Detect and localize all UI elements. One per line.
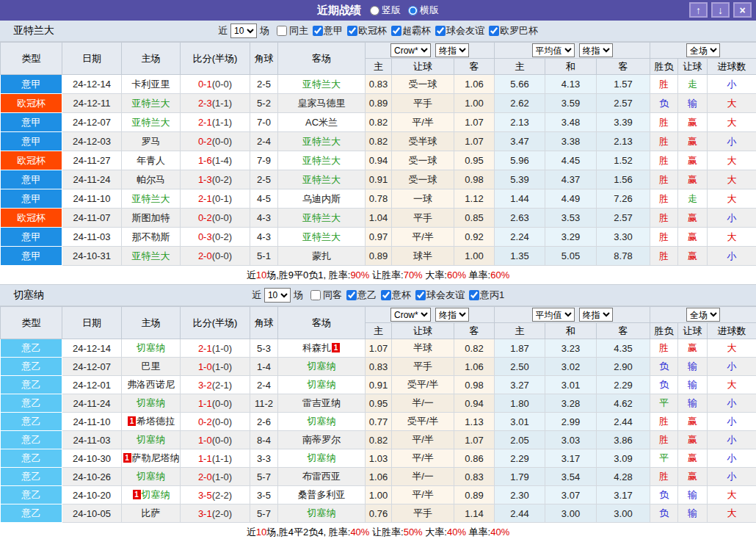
league-checkbox[interactable] <box>489 26 499 36</box>
match-row: 欧冠杯24-12-11亚特兰大2-3(1-1)5-2皇家马德里0.89平手1.0… <box>1 94 756 113</box>
recent-count-select[interactable]: 10 <box>230 23 257 38</box>
column-header: 客场 <box>278 43 366 75</box>
league-filter[interactable]: 意丙1 <box>465 289 504 302</box>
fulltime-score: 1-0 <box>198 435 212 446</box>
odds-column-header: 和 <box>545 59 597 75</box>
odds-column-header: 主 <box>366 323 392 339</box>
average-select[interactable]: 平均值 <box>532 43 575 57</box>
odds-column-header: 客 <box>454 59 495 75</box>
corners: 2-5 <box>250 75 278 94</box>
result-winloss: 胜 <box>650 247 678 266</box>
handicap-odds: 0.83 <box>366 358 392 376</box>
team-name-text: 布雷西亚 <box>302 471 341 482</box>
handicap-odds: 1.06 <box>454 358 495 376</box>
home-team: 亚特兰大 <box>122 247 181 266</box>
result-goals: 小 <box>708 358 756 376</box>
filter-controls: 近10场同主意甲欧冠杯超霸杯球会友谊欧罗巴杯 <box>218 23 538 38</box>
average-select[interactable]: 平均值 <box>532 308 575 322</box>
team-name-text: 雷吉亚纳 <box>302 397 341 408</box>
final-index-select[interactable]: 终指 <box>579 308 613 322</box>
move-down-button[interactable]: ↓ <box>711 2 730 18</box>
league-checkbox[interactable] <box>346 290 357 300</box>
handicap-odds: 0.91 <box>366 170 392 189</box>
odds-column-header: 让球 <box>678 59 708 75</box>
team-name-text: 弗洛西诺尼 <box>127 379 175 390</box>
close-button[interactable]: × <box>733 2 752 18</box>
score-cell: 3-1(2-0) <box>181 504 250 523</box>
full-match-select[interactable]: 全场 <box>686 308 720 322</box>
match-date: 24-11-24 <box>62 394 122 413</box>
summary-part: 40% <box>490 527 509 538</box>
result-handicap: 输 <box>678 486 708 504</box>
away-team: 乌迪内斯 <box>278 189 366 209</box>
match-row: 意甲24-12-14卡利亚里0-1(0-0)2-5亚特兰大0.83受一球1.06… <box>1 75 756 94</box>
column-header: 主场 <box>122 43 181 75</box>
handicap-odds: 1.07 <box>454 132 495 151</box>
final-index-select[interactable]: 终指 <box>435 308 469 322</box>
result-handicap: 赢 <box>678 209 708 228</box>
view-option[interactable]: 横版 <box>408 4 439 17</box>
team-name-text: 萨勒尼塔纳 <box>132 452 180 463</box>
venue-checkbox[interactable] <box>277 26 287 36</box>
league-checkbox[interactable] <box>381 290 391 300</box>
move-up-button[interactable]: ↑ <box>689 2 708 18</box>
score-cell: 1-1(0-0) <box>181 394 250 413</box>
summary-part: 40% <box>350 527 369 538</box>
halftime-score: (0-0) <box>212 79 232 90</box>
score-cell: 0-2(0-0) <box>181 132 250 151</box>
venue-checkbox[interactable] <box>310 290 321 300</box>
home-team: 切塞纳 <box>122 339 181 358</box>
full-match-select[interactable]: 全场 <box>686 43 720 57</box>
league-checkbox[interactable] <box>391 26 401 36</box>
handicap-odds: 0.95 <box>454 151 495 170</box>
result-goals: 小 <box>708 413 756 431</box>
corners: 2-6 <box>250 413 278 431</box>
league-filter[interactable]: 意乙 <box>342 289 377 302</box>
league-checkbox[interactable] <box>469 290 479 300</box>
team-name-text: 年青人 <box>137 155 165 166</box>
final-index-select[interactable]: 终指 <box>579 43 613 57</box>
league-filter[interactable]: 意杯 <box>377 289 411 302</box>
score-cell: 0-1(0-0) <box>181 75 250 94</box>
match-date: 24-11-24 <box>62 170 122 189</box>
europe-odds: 1.56 <box>597 170 650 189</box>
league-type: 欧冠杯 <box>1 209 62 228</box>
view-radio[interactable] <box>408 6 418 15</box>
league-checkbox[interactable] <box>415 290 426 300</box>
fulltime-score: 0-3 <box>198 231 212 242</box>
final-index-select[interactable]: 终指 <box>435 43 469 57</box>
venue-filter[interactable]: 同主 <box>269 24 308 37</box>
league-filter[interactable]: 欧冠杯 <box>343 24 387 37</box>
team-name-text: 亚特兰大 <box>132 193 170 204</box>
fulltime-score: 0-2 <box>198 136 212 147</box>
league-filter[interactable]: 欧罗巴杯 <box>484 24 538 37</box>
league-type: 欧冠杯 <box>1 151 62 170</box>
recent-count-select[interactable]: 10 <box>264 288 291 303</box>
fulltime-score: 0-2 <box>198 416 212 427</box>
result-handicap: 走 <box>678 189 708 209</box>
column-header: 日期 <box>62 43 122 75</box>
venue-filter[interactable]: 同客 <box>303 289 342 302</box>
league-filter[interactable]: 球会友谊 <box>431 24 484 37</box>
corners: 4-3 <box>250 228 278 247</box>
league-checkbox[interactable] <box>313 26 323 36</box>
bookmaker-select[interactable]: Crow* <box>390 308 431 322</box>
league-filter[interactable]: 意甲 <box>308 24 343 37</box>
summary-part: 大率: <box>423 269 447 282</box>
bookmaker-select[interactable]: Crow* <box>390 43 431 57</box>
team-name-text: 亚特兰大 <box>302 79 341 90</box>
odds-column-header: 主 <box>366 59 392 75</box>
league-type: 意甲 <box>1 247 62 266</box>
team-name-text: 亚特兰大 <box>302 155 341 166</box>
europe-odds: 7.26 <box>597 189 650 209</box>
handicap-odds: 平手 <box>392 209 454 228</box>
view-radio[interactable] <box>370 6 379 15</box>
league-filter[interactable]: 超霸杯 <box>387 24 431 37</box>
league-checkbox[interactable] <box>347 26 357 36</box>
league-checkbox[interactable] <box>435 26 446 36</box>
league-filter[interactable]: 球会友谊 <box>411 289 465 302</box>
result-goals: 小 <box>708 209 756 228</box>
view-option[interactable]: 竖版 <box>370 4 401 17</box>
team-name-text: 切塞纳 <box>142 489 170 500</box>
team-name-text: 切塞纳 <box>308 452 336 463</box>
